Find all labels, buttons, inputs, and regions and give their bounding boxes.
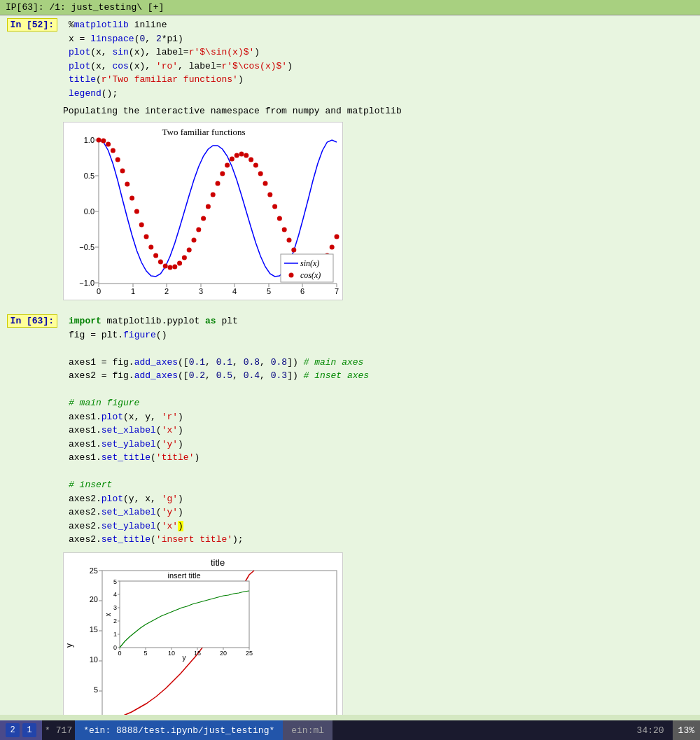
status-asterisk: *: [42, 725, 53, 736]
svg-text:−0.5: −0.5: [79, 243, 94, 251]
svg-text:2: 2: [113, 617, 117, 624]
svg-text:7: 7: [335, 287, 339, 295]
svg-text:0: 0: [118, 650, 121, 657]
legend-cos-dot: [289, 273, 294, 278]
svg-point-43: [168, 265, 173, 270]
svg-text:20: 20: [220, 650, 227, 657]
status-mode: ein:ml: [283, 720, 332, 740]
svg-text:20: 20: [90, 595, 98, 603]
svg-point-34: [125, 182, 130, 187]
svg-point-63: [263, 181, 268, 186]
status-position: 34:20: [629, 725, 673, 736]
svg-point-37: [139, 223, 144, 228]
plot2-ylabel: y: [64, 643, 74, 648]
cos-dot: [97, 138, 102, 143]
svg-point-40: [153, 253, 158, 258]
svg-text:10: 10: [168, 650, 175, 657]
cell-63: In [63]: import matplotlib.pyplot as plt…: [0, 312, 700, 550]
svg-point-59: [244, 153, 248, 158]
title-bar: IP[63]: /1: just_testing\ [+]: [0, 0, 700, 15]
svg-point-31: [111, 148, 115, 153]
svg-point-64: [267, 193, 272, 197]
svg-text:4: 4: [113, 591, 117, 598]
svg-text:5: 5: [113, 578, 117, 585]
svg-text:25: 25: [90, 566, 98, 575]
svg-point-41: [158, 260, 163, 265]
plot2-container: title 0 5 10 15: [0, 550, 700, 715]
svg-point-32: [115, 158, 120, 162]
svg-text:−1.0: −1.0: [79, 279, 94, 287]
status-filename: *ein: 8888/test.ipynb/just_testing*: [83, 725, 274, 736]
svg-point-60: [248, 158, 253, 162]
cell-63-prompt: In [63]:: [0, 312, 63, 550]
svg-point-68: [287, 238, 292, 243]
status-num-2: 1: [22, 723, 36, 737]
svg-point-62: [258, 172, 263, 176]
plot2-title: title: [211, 557, 225, 568]
cell-63-code: import matplotlib.pyplot as plt fig = pl…: [69, 314, 694, 547]
svg-point-61: [253, 163, 258, 168]
svg-text:0.0: 0.0: [84, 207, 94, 216]
inset-ylabel: x: [104, 613, 112, 616]
cell-52-content[interactable]: %matplotlib inline x = linspace(0, 2*pi)…: [63, 15, 700, 103]
status-mode-text: ein:ml: [291, 725, 324, 736]
svg-text:2: 2: [164, 287, 169, 295]
svg-point-51: [206, 204, 211, 209]
status-cell-nums: 2 1: [0, 720, 42, 740]
svg-point-53: [216, 181, 220, 186]
svg-point-42: [163, 264, 168, 269]
svg-point-52: [211, 193, 216, 197]
svg-point-58: [239, 152, 244, 157]
svg-text:5: 5: [144, 650, 147, 657]
svg-text:10: 10: [90, 655, 98, 664]
cell-52-output: Populating the interactive namespace fro…: [0, 103, 700, 119]
svg-text:1: 1: [131, 287, 135, 295]
svg-point-29: [101, 139, 106, 144]
svg-point-49: [196, 228, 201, 232]
svg-point-39: [148, 245, 153, 250]
svg-text:5: 5: [94, 685, 98, 694]
cell-63-content[interactable]: import matplotlib.pyplot as plt fig = pl…: [63, 312, 700, 550]
status-line-count: 717: [53, 725, 75, 736]
svg-point-67: [282, 228, 287, 232]
svg-point-66: [277, 216, 282, 221]
svg-rect-105: [120, 581, 249, 648]
plot2-svg: title 0 5 10 15: [63, 552, 343, 715]
status-bar: 2 1 * 717 *ein: 8888/test.ipynb/just_tes…: [0, 720, 700, 740]
status-position-text: 34:20: [637, 725, 664, 736]
svg-text:0: 0: [113, 644, 117, 651]
title-text: IP[63]: /1: just_testing\ [+]: [6, 2, 164, 13]
svg-text:15: 15: [90, 625, 98, 634]
svg-point-44: [172, 265, 177, 270]
inset-xlabel: y: [183, 654, 186, 662]
svg-point-77: [330, 245, 335, 250]
svg-point-36: [134, 209, 139, 214]
svg-text:3: 3: [199, 287, 203, 295]
svg-text:15: 15: [194, 650, 201, 657]
svg-point-65: [272, 204, 277, 209]
status-file: *ein: 8888/test.ipynb/just_testing*: [75, 720, 283, 740]
notebook[interactable]: In [52]: %matplotlib inline x = linspace…: [0, 15, 700, 715]
svg-point-38: [144, 235, 149, 239]
cell-52-output-text: Populating the interactive namespace fro…: [63, 106, 402, 116]
prompt-in-52: In [52]:: [7, 18, 57, 32]
svg-text:1: 1: [113, 631, 117, 638]
plot1-title: Two familiar functions: [162, 127, 246, 137]
svg-point-69: [291, 248, 296, 253]
cell-52-code: %matplotlib inline x = linspace(0, 2*pi)…: [69, 18, 694, 100]
legend-sin-label: sin(x): [300, 258, 319, 268]
plot1-container: Two familiar functions 0 1 2: [0, 119, 700, 306]
svg-text:1.0: 1.0: [84, 136, 94, 144]
svg-point-78: [335, 235, 340, 239]
cell-52-prompt: In [52]:: [0, 15, 63, 103]
svg-point-55: [225, 163, 230, 168]
svg-point-48: [192, 238, 197, 243]
svg-text:5: 5: [267, 287, 271, 295]
svg-text:25: 25: [246, 650, 253, 657]
svg-point-33: [120, 169, 125, 174]
svg-point-47: [187, 248, 192, 253]
prompt-in-63: In [63]:: [7, 314, 57, 328]
inset-title: insert title: [167, 571, 200, 580]
svg-point-35: [130, 196, 134, 201]
status-num-1: 2: [6, 723, 20, 737]
